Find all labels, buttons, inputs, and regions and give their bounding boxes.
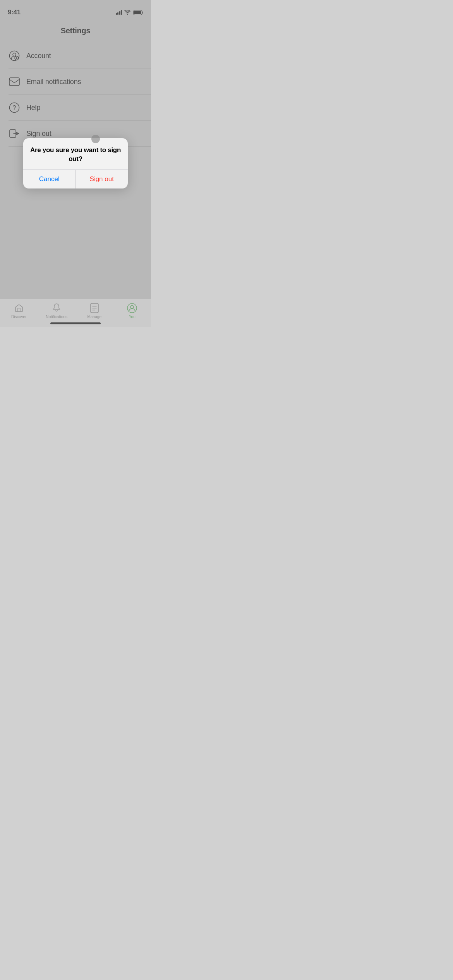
sign-out-dialog: Are you sure you want to sign out? Cance…	[23, 138, 128, 189]
confirm-signout-button[interactable]: Sign out	[76, 170, 128, 188]
cancel-button[interactable]: Cancel	[23, 170, 76, 188]
dialog-body: Are you sure you want to sign out?	[23, 138, 128, 170]
touch-indicator	[91, 135, 100, 143]
dialog-overlay: Are you sure you want to sign out? Cance…	[0, 0, 151, 327]
dialog-title: Are you sure you want to sign out?	[30, 146, 121, 163]
dialog-actions: Cancel Sign out	[23, 170, 128, 188]
